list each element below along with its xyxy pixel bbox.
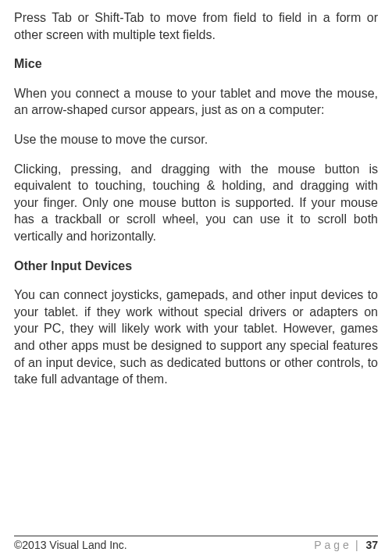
footer-page-indicator: Page| 37 — [314, 539, 378, 551]
heading-mice: Mice — [14, 55, 378, 73]
footer-copyright: ©2013 Visual Land Inc. — [14, 539, 127, 551]
paragraph: When you connect a mouse to your tablet … — [14, 85, 378, 119]
footer-page-number: 37 — [365, 539, 378, 551]
page-content: Press Tab or Shift-Tab to move from fiel… — [14, 9, 378, 388]
paragraph: Use the mouse to move the cursor. — [14, 131, 378, 148]
heading-other-input: Other Input Devices — [14, 258, 378, 275]
paragraph: Clicking, pressing, and dragging with th… — [14, 161, 378, 245]
footer-page-separator: | — [355, 539, 358, 551]
paragraph: Press Tab or Shift-Tab to move from fiel… — [14, 9, 378, 43]
paragraph: You can connect joysticks, gamepads, and… — [14, 287, 378, 388]
footer-page-label: Page — [314, 539, 352, 551]
page-footer: ©2013 Visual Land Inc. Page| 37 — [14, 536, 378, 551]
